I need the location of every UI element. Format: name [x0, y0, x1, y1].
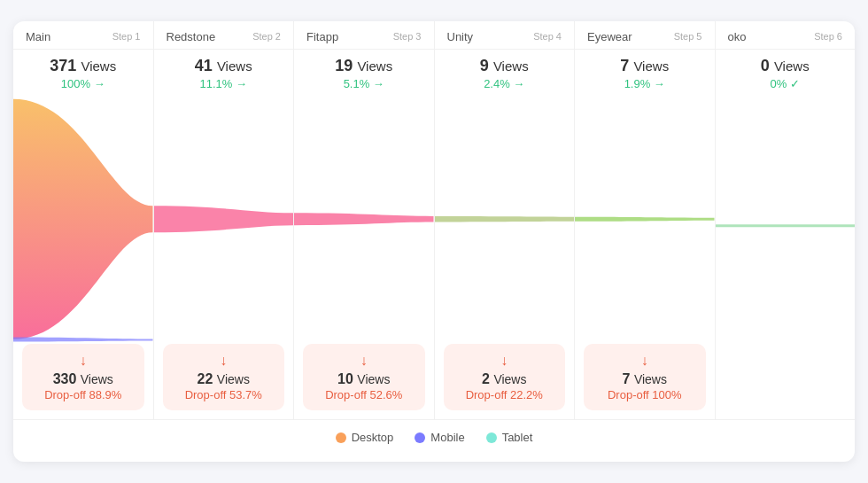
col-name: Main [26, 30, 50, 43]
views-count: 19 Views [306, 57, 422, 75]
dropoff-arrow-icon: ↓ [594, 353, 695, 369]
views-count: 7 Views [587, 57, 702, 75]
col-stats: 41 Views11.1% → [154, 50, 294, 94]
dropoff-views: 330 Views [33, 371, 134, 387]
dropoff-pct: Drop-off 100% [594, 388, 695, 401]
funnel-visual [13, 94, 153, 345]
legend-dot [336, 432, 346, 443]
col-name: Unity [447, 30, 474, 43]
legend: DesktopMobileTablet [13, 420, 855, 448]
dropoff-pct: Drop-off 53.7% [174, 388, 275, 401]
col-header: FitappStep 3 [294, 21, 434, 50]
funnel-col-3: UnityStep 49 Views2.4% →↓2 ViewsDrop-off… [435, 21, 576, 420]
col-stats: 9 Views2.4% → [435, 50, 575, 94]
funnel-visual [716, 94, 856, 358]
funnel-visual [435, 94, 575, 345]
dropoff-box: ↓22 ViewsDrop-off 53.7% [163, 344, 285, 410]
views-pct: 2.4% → [447, 77, 562, 90]
funnel-visual [294, 94, 434, 345]
legend-item-tablet: Tablet [486, 431, 533, 444]
dropoff-views: 10 Views [314, 371, 415, 387]
col-stats: 7 Views1.9% → [575, 50, 715, 94]
col-stats: 19 Views5.1% → [294, 50, 434, 94]
funnel-grid: MainStep 1371 Views100% →↓330 ViewsDrop-… [13, 21, 855, 421]
col-name: Fitapp [306, 30, 338, 43]
legend-item-mobile: Mobile [415, 431, 464, 444]
legend-dot [486, 432, 497, 443]
step-label: Step 1 [112, 31, 141, 42]
col-stats: 371 Views100% → [13, 50, 153, 94]
legend-label: Mobile [430, 431, 464, 444]
dropoff-box: ↓7 ViewsDrop-off 100% [584, 344, 706, 410]
legend-item-desktop: Desktop [336, 431, 394, 444]
views-count: 371 Views [26, 57, 141, 75]
views-count: 41 Views [167, 57, 282, 75]
step-label: Step 3 [393, 31, 422, 42]
funnel-col-4: EyewearStep 57 Views1.9% →↓7 ViewsDrop-o… [575, 21, 716, 420]
step-label: Step 4 [533, 31, 562, 42]
funnel-visual [154, 94, 294, 345]
views-pct: 11.1% → [167, 77, 282, 90]
dropoff-box: ↓330 ViewsDrop-off 88.9% [22, 344, 144, 410]
col-name: oko [728, 30, 747, 43]
funnel-col-0: MainStep 1371 Views100% →↓330 ViewsDrop-… [13, 21, 154, 420]
legend-label: Tablet [502, 431, 533, 444]
legend-dot [415, 432, 425, 443]
views-pct: 1.9% → [587, 77, 702, 90]
funnel-col-5: okoStep 60 Views0% ✓ [716, 21, 856, 420]
col-header: MainStep 1 [13, 21, 153, 50]
dropoff-pct: Drop-off 88.9% [33, 388, 134, 401]
views-count: 0 Views [728, 57, 843, 75]
views-count: 9 Views [447, 57, 562, 75]
funnel-visual [575, 94, 715, 345]
col-stats: 0 Views0% ✓ [716, 50, 856, 94]
col-header: EyewearStep 5 [575, 21, 715, 50]
dropoff-views: 7 Views [594, 371, 695, 387]
step-label: Step 6 [814, 31, 842, 42]
funnel-col-2: FitappStep 319 Views5.1% →↓10 ViewsDrop-… [294, 21, 435, 420]
col-header: okoStep 6 [716, 21, 856, 50]
funnel-chart: MainStep 1371 Views100% →↓330 ViewsDrop-… [13, 21, 855, 463]
step-label: Step 2 [252, 31, 281, 42]
col-name: Eyewear [587, 30, 632, 43]
dropoff-arrow-icon: ↓ [174, 353, 275, 369]
views-pct: 5.1% → [306, 77, 422, 90]
views-pct: 100% → [26, 77, 141, 90]
views-pct: 0% ✓ [728, 77, 843, 90]
dropoff-box: ↓2 ViewsDrop-off 22.2% [444, 344, 566, 410]
dropoff-views: 2 Views [454, 371, 555, 387]
dropoff-arrow-icon: ↓ [314, 353, 415, 369]
dropoff-box: ↓10 ViewsDrop-off 52.6% [303, 344, 425, 410]
col-header: UnityStep 4 [435, 21, 575, 50]
dropoff-views: 22 Views [174, 371, 275, 387]
dropoff-arrow-icon: ↓ [33, 353, 134, 369]
funnel-col-1: RedstoneStep 241 Views11.1% →↓22 ViewsDr… [154, 21, 295, 420]
col-header: RedstoneStep 2 [154, 21, 294, 50]
dropoff-arrow-icon: ↓ [454, 353, 555, 369]
dropoff-pct: Drop-off 22.2% [454, 388, 555, 401]
col-name: Redstone [167, 30, 216, 43]
legend-label: Desktop [352, 431, 394, 444]
dropoff-pct: Drop-off 52.6% [314, 388, 415, 401]
step-label: Step 5 [674, 31, 702, 42]
